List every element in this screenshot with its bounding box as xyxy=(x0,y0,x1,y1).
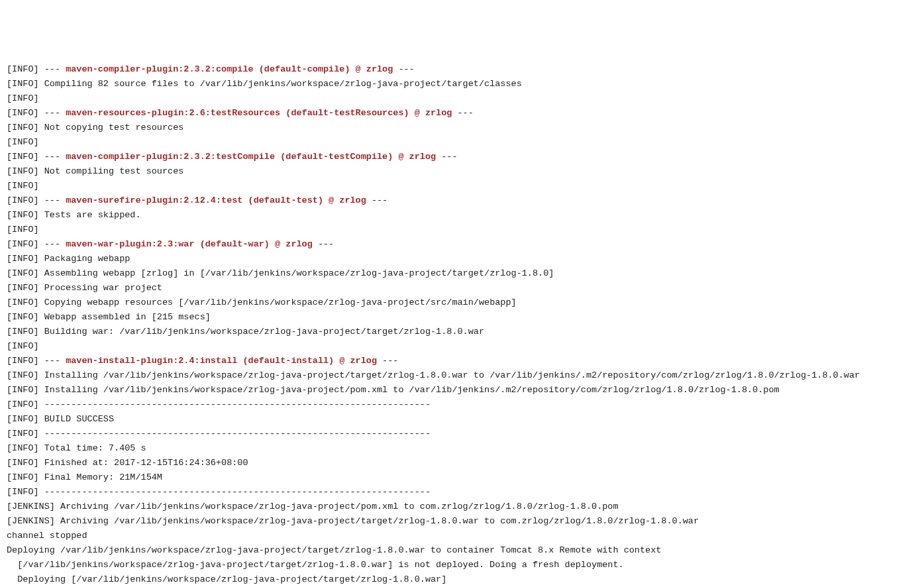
log-tag: [INFO] xyxy=(7,137,39,147)
log-line: [INFO] --- maven-install-plugin:2.4:inst… xyxy=(7,354,917,368)
log-text: Archiving /var/lib/jenkins/workspace/zrl… xyxy=(60,502,619,511)
log-text: Copying webapp resources [/var/lib/jenki… xyxy=(44,297,517,307)
log-tag: [INFO] xyxy=(7,312,44,322)
log-tag: [INFO] xyxy=(7,356,44,366)
log-line: Deploying [/var/lib/jenkins/workspace/zr… xyxy=(7,572,917,585)
log-text: Building war: /var/lib/jenkins/workspace… xyxy=(44,327,484,337)
log-tag: [INFO] xyxy=(7,108,44,118)
log-line: [INFO] Tests are skipped. xyxy=(7,208,917,223)
log-line: [INFO] Processing war project xyxy=(7,281,917,295)
log-tag: [INFO] xyxy=(7,458,44,468)
log-tag: [INFO] xyxy=(7,254,44,264)
log-tag: [INFO] xyxy=(7,297,44,307)
log-tag: [INFO] xyxy=(7,79,44,89)
log-text: Finished at: 2017-12-15T16:24:36+08:00 xyxy=(44,458,248,468)
log-tag: [INFO] xyxy=(7,239,44,249)
log-text: Final Memory: 21M/154M xyxy=(44,472,162,482)
plugin-marker: --- xyxy=(44,152,66,162)
plugin-name: maven-resources-plugin:2.6:testResources… xyxy=(66,108,452,118)
plugin-marker: --- xyxy=(44,64,66,74)
log-line: [INFO] Packaging webapp xyxy=(7,252,917,266)
log-line: [INFO] Finished at: 2017-12-15T16:24:36+… xyxy=(7,456,917,470)
plugin-tail: --- xyxy=(377,356,398,366)
log-line: [INFO] Compiling 82 source files to /var… xyxy=(7,77,917,91)
log-line: [INFO] Building war: /var/lib/jenkins/wo… xyxy=(7,325,917,339)
log-text: Webapp assembled in [215 msecs] xyxy=(44,312,211,322)
log-tag: [INFO] xyxy=(7,370,44,380)
log-tag: [INFO] xyxy=(7,64,44,74)
plugin-marker: --- xyxy=(44,356,66,366)
log-tag: [INFO] xyxy=(7,429,44,439)
log-text: Installing /var/lib/jenkins/workspace/zr… xyxy=(44,370,860,380)
plugin-tail: --- xyxy=(436,152,457,162)
log-line: [INFO] xyxy=(7,91,917,106)
log-line: Deploying /var/lib/jenkins/workspace/zrl… xyxy=(7,543,917,558)
log-line: [INFO] Assembling webapp [zrlog] in [/va… xyxy=(7,266,917,281)
log-line: [INFO] Total time: 7.405 s xyxy=(7,441,917,456)
log-line: [INFO] xyxy=(7,339,917,354)
log-text: Assembling webapp [zrlog] in [/var/lib/j… xyxy=(44,268,554,278)
log-line: [INFO] BUILD SUCCESS xyxy=(7,412,917,427)
log-tag: [INFO] xyxy=(7,414,44,424)
log-line: [JENKINS] Archiving /var/lib/jenkins/wor… xyxy=(7,500,917,514)
log-text: Compiling 82 source files to /var/lib/je… xyxy=(44,79,522,89)
log-tag: [INFO] xyxy=(7,195,44,205)
log-text: Installing /var/lib/jenkins/workspace/zr… xyxy=(44,385,780,395)
log-text: channel stopped xyxy=(7,531,87,541)
log-tag: [INFO] xyxy=(7,152,44,162)
log-tag: [JENKINS] xyxy=(7,502,60,511)
log-line: [INFO] xyxy=(7,223,917,237)
log-line: [INFO] Not copying test resources xyxy=(7,121,917,135)
plugin-tail: --- xyxy=(313,239,334,249)
plugin-name: maven-compiler-plugin:2.3.2:compile (def… xyxy=(66,64,393,74)
log-text: Total time: 7.405 s xyxy=(44,443,146,453)
log-text: Not compiling test sources xyxy=(44,166,184,176)
plugin-marker: --- xyxy=(44,239,66,249)
log-line: [/var/lib/jenkins/workspace/zrlog-java-p… xyxy=(7,558,917,572)
log-text: Processing war project xyxy=(44,283,162,293)
plugin-name: maven-war-plugin:2.3:war (default-war) @… xyxy=(66,239,313,249)
log-tag: [INFO] xyxy=(7,341,39,351)
log-line: [INFO] --- maven-compiler-plugin:2.3.2:c… xyxy=(7,62,917,77)
log-tag: [INFO] xyxy=(7,283,44,293)
log-tag: [INFO] xyxy=(7,472,44,482)
log-tag: [INFO] xyxy=(7,225,39,235)
log-line: [INFO] Final Memory: 21M/154M xyxy=(7,470,917,485)
plugin-name: maven-install-plugin:2.4:install (defaul… xyxy=(66,356,377,366)
log-tag: [INFO] xyxy=(7,399,44,409)
log-line: [JENKINS] Archiving /var/lib/jenkins/wor… xyxy=(7,514,917,529)
log-line: [INFO] ---------------------------------… xyxy=(7,485,917,500)
log-tag: [JENKINS] xyxy=(7,516,60,526)
plugin-tail: --- xyxy=(393,64,414,74)
log-line: [INFO] --- maven-compiler-plugin:2.3.2:t… xyxy=(7,150,917,164)
log-line: [INFO] Copying webapp resources [/var/li… xyxy=(7,295,917,310)
plugin-tail: --- xyxy=(452,108,473,118)
plugin-marker: --- xyxy=(44,195,66,205)
log-tag: [INFO] xyxy=(7,487,44,497)
log-line: [INFO] ---------------------------------… xyxy=(7,427,917,441)
log-line: [INFO] xyxy=(7,179,917,193)
log-text: Not copying test resources xyxy=(44,123,184,133)
log-tag: [INFO] xyxy=(7,181,39,191)
plugin-name: maven-surefire-plugin:2.12.4:test (defau… xyxy=(66,195,366,205)
log-tag: [INFO] xyxy=(7,93,39,103)
log-tag: [INFO] xyxy=(7,268,44,278)
log-tag: [INFO] xyxy=(7,385,44,395)
log-text: ----------------------------------------… xyxy=(44,429,431,439)
log-tag: [INFO] xyxy=(7,166,44,176)
log-text: [/var/lib/jenkins/workspace/zrlog-java-p… xyxy=(7,560,624,570)
plugin-tail: --- xyxy=(366,195,387,205)
log-text: Tests are skipped. xyxy=(44,210,141,220)
log-line: [INFO] --- maven-resources-plugin:2.6:te… xyxy=(7,106,917,121)
log-tag: [INFO] xyxy=(7,123,44,133)
log-line: [INFO] ---------------------------------… xyxy=(7,398,917,412)
plugin-name: maven-compiler-plugin:2.3.2:testCompile … xyxy=(66,152,436,162)
log-text: Deploying [/var/lib/jenkins/workspace/zr… xyxy=(7,574,446,584)
log-line: [INFO] Installing /var/lib/jenkins/works… xyxy=(7,368,917,383)
log-line: [INFO] --- maven-war-plugin:2.3:war (def… xyxy=(7,237,917,252)
plugin-marker: --- xyxy=(44,108,66,118)
log-tag: [INFO] xyxy=(7,210,44,220)
log-tag: [INFO] xyxy=(7,443,44,453)
log-text: ----------------------------------------… xyxy=(44,399,431,409)
log-text: BUILD SUCCESS xyxy=(44,414,114,424)
